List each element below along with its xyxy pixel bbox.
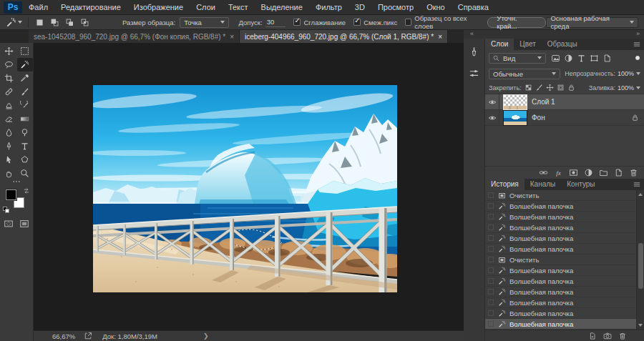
shape-tool[interactable] xyxy=(17,153,33,167)
history-source-checkbox[interactable] xyxy=(488,192,494,198)
eraser-tool[interactable] xyxy=(1,112,17,126)
tab-history[interactable]: История xyxy=(485,179,525,190)
tab-swatches[interactable]: Образцы xyxy=(542,39,583,50)
type-tool[interactable] xyxy=(17,139,33,153)
menu-view[interactable]: Просмотр xyxy=(371,0,420,14)
lock-artboard-icon[interactable] xyxy=(557,84,565,92)
history-source-checkbox[interactable] xyxy=(488,321,494,327)
scrollbar-thumb[interactable] xyxy=(638,243,643,289)
history-brush-tool[interactable] xyxy=(17,99,33,112)
new-selection-button[interactable] xyxy=(33,16,47,29)
new-layer-icon[interactable] xyxy=(614,168,623,177)
lock-image-pixels-icon[interactable] xyxy=(535,84,543,92)
collapse-dock-icon[interactable]: » xyxy=(636,30,640,37)
add-layer-mask-icon[interactable] xyxy=(569,168,578,177)
history-state[interactable]: Волшебная палочка xyxy=(485,287,644,297)
tab-color[interactable]: Цвет xyxy=(514,39,541,50)
tab-channels[interactable]: Каналы xyxy=(525,179,562,190)
history-state[interactable]: Волшебная палочка xyxy=(485,201,644,212)
blur-tool[interactable] xyxy=(1,126,17,139)
zoom-level-field[interactable]: 66,67% xyxy=(52,332,75,340)
opacity-value[interactable]: 100% xyxy=(618,70,640,77)
document-image[interactable] xyxy=(93,85,397,292)
intersect-selection-button[interactable] xyxy=(78,16,92,29)
lasso-tool[interactable] xyxy=(1,58,17,71)
layer-row[interactable]: Фон xyxy=(485,110,644,126)
scroll-up-icon[interactable] xyxy=(638,193,643,196)
healing-brush-tool[interactable] xyxy=(1,85,17,99)
delete-state-icon[interactable] xyxy=(618,332,627,340)
menu-image[interactable]: Изображение xyxy=(127,0,190,14)
panel-menu-icon[interactable] xyxy=(633,180,641,189)
filtering-toggle-icon[interactable] xyxy=(635,55,640,61)
history-state[interactable]: Волшебная палочка xyxy=(485,222,644,233)
menu-edit[interactable]: Редактирование xyxy=(54,0,127,14)
history-source-checkbox[interactable] xyxy=(488,310,494,316)
brush-tool[interactable] xyxy=(17,85,33,99)
dodge-tool[interactable] xyxy=(17,126,33,139)
clone-stamp-tool[interactable] xyxy=(1,99,17,112)
group-layers-icon[interactable] xyxy=(599,168,608,177)
history-state[interactable]: Волшебная палочка xyxy=(485,297,644,308)
history-source-checkbox[interactable] xyxy=(488,278,494,284)
filter-pixel-layers-icon[interactable] xyxy=(551,54,560,63)
foreground-color-swatch[interactable] xyxy=(6,189,16,200)
adjustments-panel-button[interactable] xyxy=(467,66,482,80)
lock-position-icon[interactable] xyxy=(546,84,554,92)
path-selection-tool[interactable] xyxy=(1,153,17,167)
close-tab-icon[interactable]: × xyxy=(438,33,442,41)
lock-transparent-pixels-icon[interactable] xyxy=(525,84,532,92)
layer-row[interactable]: Слой 1 xyxy=(485,94,644,110)
menu-3d[interactable]: 3D xyxy=(348,0,371,14)
layer-thumbnail[interactable] xyxy=(504,95,527,109)
add-selection-button[interactable] xyxy=(48,16,62,29)
status-chevron-icon[interactable]: ❯ xyxy=(203,332,209,340)
panel-menu-icon[interactable] xyxy=(633,40,641,49)
antialias-checkbox[interactable]: ✓ Сглаживание xyxy=(293,14,346,30)
collapse-panels-icon[interactable]: « xyxy=(470,30,474,37)
blend-mode-select[interactable]: Обычные xyxy=(489,69,560,79)
doc-tab-iceberg[interactable]: iceberg-404966_960_720.jpg @ 66,7% (Слой… xyxy=(240,30,448,43)
layer-style-fx-icon[interactable] xyxy=(554,168,563,177)
menu-help[interactable]: Справка xyxy=(452,0,495,14)
workspace-select[interactable]: Основная рабочая среда xyxy=(546,17,638,28)
history-state[interactable]: Волшебная палочка xyxy=(485,319,644,330)
crop-tool[interactable] xyxy=(1,71,17,85)
sample-size-select[interactable]: Точка xyxy=(180,17,229,28)
history-source-checkbox[interactable] xyxy=(488,289,494,295)
history-source-checkbox[interactable] xyxy=(488,300,494,305)
eyedropper-tool[interactable] xyxy=(17,71,33,85)
history-state[interactable]: Волшебная палочка xyxy=(485,308,644,319)
layer-visibility-toggle[interactable] xyxy=(485,94,499,109)
history-scrollbar[interactable] xyxy=(636,190,644,330)
tolerance-input[interactable]: 30 xyxy=(265,18,286,27)
refine-edge-button[interactable]: Уточн. край... xyxy=(487,17,546,28)
delete-layer-icon[interactable] xyxy=(629,168,638,177)
layer-thumbnail[interactable] xyxy=(504,111,527,125)
tab-paths[interactable]: Контуры xyxy=(561,179,600,190)
history-source-checkbox[interactable] xyxy=(488,257,494,262)
move-tool[interactable] xyxy=(1,44,17,58)
menu-window[interactable]: Окно xyxy=(420,0,452,14)
filter-shape-layers-icon[interactable] xyxy=(590,54,599,63)
new-snapshot-camera-icon[interactable] xyxy=(603,332,612,340)
scroll-down-icon[interactable] xyxy=(638,324,643,327)
history-source-checkbox[interactable] xyxy=(488,203,494,209)
menu-select[interactable]: Выделение xyxy=(255,0,309,14)
history-state[interactable]: Очистить xyxy=(485,190,644,201)
quick-mask-button[interactable] xyxy=(4,219,14,229)
canvas-area[interactable] xyxy=(34,43,464,330)
sample-all-layers-checkbox[interactable]: ✓ Образец со всех слоев xyxy=(405,14,479,30)
menu-type[interactable]: Текст xyxy=(222,0,255,14)
marquee-tool[interactable] xyxy=(17,44,33,58)
subtract-selection-button[interactable] xyxy=(63,16,77,29)
menu-file[interactable]: Файл xyxy=(22,0,54,14)
filter-smart-objects-icon[interactable] xyxy=(602,54,612,63)
lock-all-icon[interactable] xyxy=(567,84,575,92)
photoshop-logo[interactable]: Ps xyxy=(4,1,22,14)
active-tool-button[interactable] xyxy=(6,17,22,28)
pen-tool[interactable] xyxy=(1,139,17,153)
menu-filter[interactable]: Фильтр xyxy=(309,0,348,14)
layer-name[interactable]: Слой 1 xyxy=(532,98,555,106)
export-icon[interactable] xyxy=(84,332,92,340)
